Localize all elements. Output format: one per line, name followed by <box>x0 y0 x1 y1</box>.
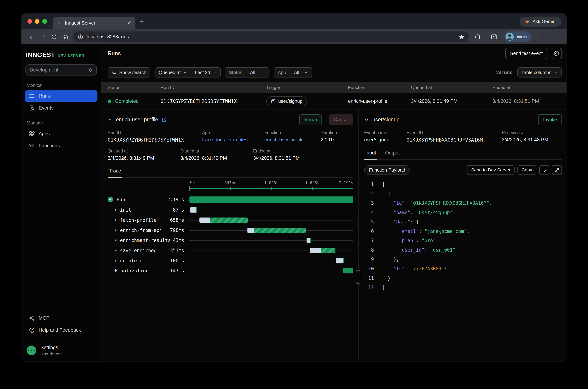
rerun-button[interactable]: Rerun <box>299 114 322 125</box>
function-link[interactable]: enrich-user-profile <box>264 137 321 143</box>
collapse-chevron-icon[interactable] <box>364 117 369 122</box>
axis-tick-label: 2.191s <box>339 181 353 185</box>
copy-button[interactable]: Copy <box>517 165 536 175</box>
expand-arrow-icon[interactable] <box>115 249 117 252</box>
chevron-down-icon <box>213 71 217 74</box>
trace-row-save-enriched[interactable]: save-enriched351ms <box>108 245 353 256</box>
time-field-dropdown[interactable]: Queued at <box>155 68 191 77</box>
side-panel-search-icon[interactable] <box>488 31 500 42</box>
address-bar[interactable]: localhost:8288/runs <box>73 32 469 42</box>
sidebar-item-help-feedback[interactable]: Help and Feedback <box>25 324 97 336</box>
column-header-run-id[interactable]: Run ID <box>161 85 266 90</box>
sidebar-item-events[interactable]: Events <box>25 102 97 114</box>
trace-step-duration: 87ms <box>173 207 184 213</box>
minimize-window-button[interactable] <box>35 19 39 24</box>
time-range-dropdown[interactable]: Last 3d <box>191 68 220 77</box>
line-number: 2 <box>364 189 374 199</box>
external-link-icon[interactable] <box>161 117 167 122</box>
profile-chip[interactable]: Work <box>504 32 531 42</box>
run-id-cell: 01KJXSYPZYB6TH2DSDSYETWN1X <box>161 98 266 104</box>
browser-menu-kebab-icon[interactable] <box>531 31 543 42</box>
column-header-function[interactable]: Function <box>348 85 411 90</box>
tab-close-icon[interactable]: ✕ <box>126 20 132 26</box>
timeline-minimap[interactable] <box>189 186 353 191</box>
sidebar-item-runs[interactable]: Runs <box>25 90 97 102</box>
settings-gear-button[interactable] <box>551 48 562 59</box>
send-test-event-button[interactable]: Send test event <box>505 48 548 59</box>
environment-select[interactable]: Development <box>26 65 97 76</box>
back-button[interactable] <box>26 31 37 42</box>
trace-step-name: save-enriched <box>120 248 157 253</box>
expand-arrow-icon[interactable] <box>115 219 117 222</box>
invoke-button[interactable]: Invoke <box>538 114 562 125</box>
table-columns-button[interactable]: Table columns <box>517 67 562 77</box>
page-title: Runs <box>108 50 121 57</box>
trace-row-enrich-from-api[interactable]: enrich-from-api798ms <box>108 225 353 235</box>
site-info-icon[interactable] <box>78 34 83 40</box>
trace-row-complete[interactable]: complete100ms <box>108 256 353 266</box>
expand-button[interactable] <box>552 165 562 175</box>
function-payload-pill[interactable]: Function Payload <box>364 165 410 175</box>
home-button[interactable] <box>60 31 71 42</box>
column-header-ended-at[interactable]: Ended at <box>492 85 566 90</box>
trace-row-enrichment-results[interactable]: enrichment-results43ms <box>108 235 353 246</box>
expand-icon <box>554 167 559 172</box>
expand-arrow-icon[interactable] <box>115 239 117 242</box>
sidebar-item-mcp[interactable]: MCP <box>25 313 97 324</box>
collapse-chevron-icon[interactable] <box>108 117 113 122</box>
column-header-trigger[interactable]: Trigger <box>266 85 348 90</box>
expand-arrow-icon[interactable] <box>115 208 117 211</box>
run-table-row[interactable]: Completed 01KJXSYPZYB6TH2DSDSYETWN1X use… <box>101 93 567 110</box>
app-link[interactable]: trace-docs-examples <box>202 137 264 143</box>
code-line: 12] <box>364 283 562 292</box>
panel-divider <box>358 110 358 361</box>
word-wrap-icon <box>541 167 547 173</box>
sidebar-item-settings[interactable]: </> Settings Dev Server <box>22 340 101 361</box>
chevron-down-icon <box>262 71 265 74</box>
bookmark-star-icon[interactable] <box>459 34 465 40</box>
trace-row-init[interactable]: init87ms <box>108 205 353 215</box>
sidebar-item-label: Events <box>38 105 54 111</box>
close-window-button[interactable] <box>28 19 32 24</box>
column-header-status[interactable]: Status <box>108 85 161 90</box>
expand-arrow-icon[interactable] <box>115 229 117 232</box>
sidebar-item-functions[interactable]: Functions <box>25 140 97 151</box>
runs-count: 13 runs <box>496 70 512 75</box>
app-filter-dropdown[interactable]: All <box>290 68 312 77</box>
browser-toolbar: localhost:8288/runs Work <box>22 29 567 44</box>
panel-resize-handle[interactable] <box>356 270 360 284</box>
axis-tick-label: 0ms <box>189 181 197 185</box>
column-header-queued-at[interactable]: Queued at <box>411 85 493 90</box>
trace-step-name: enrichment-results <box>120 238 171 243</box>
tab-trace[interactable]: Trace <box>108 166 122 178</box>
trace-row-fetch-profile[interactable]: fetch-profile658ms <box>108 215 353 225</box>
new-tab-button[interactable]: + <box>140 18 144 25</box>
word-wrap-button[interactable] <box>539 165 549 175</box>
browser-tab[interactable]: Inngest Server ✕ <box>53 17 135 29</box>
tab-output[interactable]: Output <box>384 148 401 159</box>
toolbar-divider <box>486 33 486 40</box>
sidebar-item-apps[interactable]: Apps <box>25 128 97 139</box>
extensions-icon[interactable] <box>472 31 483 42</box>
line-number: 5 <box>364 217 374 227</box>
status-filter-dropdown[interactable]: All <box>246 68 269 77</box>
trace-row-finalization[interactable]: Finalization147ms <box>108 266 353 276</box>
line-number: 6 <box>364 227 374 236</box>
dev-server-code-icon: </> <box>27 346 36 355</box>
trace-bar-queued <box>200 218 210 223</box>
trace-row-run[interactable]: Run2.191s <box>108 194 353 205</box>
trigger-pill[interactable]: user/signup <box>266 97 307 106</box>
payload-code-block[interactable]: 1[2 {3 "id": "01KJXSYPSFHBXX03GRJFV3A16M… <box>364 180 562 292</box>
expand-arrow-icon[interactable] <box>115 259 117 262</box>
send-to-dev-server-button[interactable]: Send to Dev Server <box>467 165 515 175</box>
show-search-button[interactable]: Show search <box>108 67 150 77</box>
cancel-button[interactable]: Cancel <box>329 114 353 125</box>
maximize-window-button[interactable] <box>42 19 47 24</box>
ended-at-cell: 3/4/2026, 8:31:51 PM <box>492 98 566 104</box>
trace-bar-queued <box>190 207 196 213</box>
reload-button[interactable] <box>48 31 60 42</box>
forward-button[interactable] <box>37 31 48 42</box>
events-icon <box>29 105 35 111</box>
tab-input[interactable]: Input <box>364 148 377 160</box>
ask-gemini-button[interactable]: Ask Gemini <box>519 17 561 27</box>
